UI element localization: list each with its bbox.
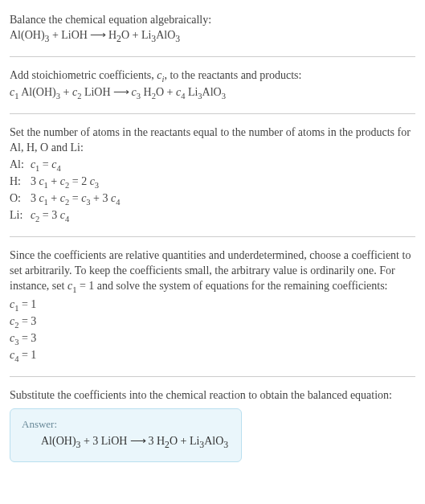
substitute-text: Substitute the coefficients into the che…: [10, 388, 415, 404]
atom-balance-table: Al:c1 = c4H:3 c1 + c2 = 2 c3O:3 c1 + c2 …: [10, 158, 120, 225]
answer-box: Answer: Al(OH)3 + 3 LiOH ⟶ 3 H2O + Li3Al…: [10, 408, 242, 462]
solution-item: c2 = 3: [10, 314, 415, 331]
divider: [10, 56, 415, 57]
atom-balance-block: Set the number of atoms in the reactants…: [10, 119, 415, 232]
answer-equation: Al(OH)3 + 3 LiOH ⟶ 3 H2O + Li3AlO3: [22, 431, 228, 452]
coef-text-b: , to the reactants and products:: [164, 69, 301, 81]
atom-element: O:: [10, 191, 31, 208]
coefficients-block: Add stoichiometric coefficients, ci, to …: [10, 62, 415, 109]
solution-item: c3 = 3: [10, 331, 415, 348]
solve-intro: Since the coefficients are relative quan…: [10, 248, 415, 296]
atom-equation: 3 c1 + c2 = c3 + 3 c4: [31, 191, 121, 208]
atom-row: Al:c1 = c4: [10, 158, 120, 174]
coef-text-a: Add stoichiometric coefficients,: [10, 69, 157, 81]
atom-row: H:3 c1 + c2 = 2 c3: [10, 174, 120, 191]
substitute-block: Substitute the coefficients into the che…: [10, 382, 415, 469]
intro-block: Balance the chemical equation algebraica…: [10, 6, 415, 51]
answer-label: Answer:: [22, 417, 228, 432]
atom-element: H:: [10, 174, 31, 191]
solve-block: Since the coefficients are relative quan…: [10, 242, 415, 371]
atom-equation: 3 c1 + c2 = 2 c3: [31, 174, 121, 191]
solution-item: c4 = 1: [10, 348, 415, 365]
equation-main: Al(OH)3 + LiOH ⟶ H2O + Li3AlO3: [10, 28, 415, 46]
atom-element: Li:: [10, 208, 31, 225]
solution-item: c1 = 1: [10, 297, 415, 314]
intro-text: Balance the chemical equation algebraica…: [10, 13, 415, 28]
equation-with-coefficients: c1 Al(OH)3 + c2 LiOH ⟶ c3 H2O + c4 Li3Al…: [10, 85, 415, 102]
divider: [10, 236, 415, 237]
coefficients-text: Add stoichiometric coefficients, ci, to …: [10, 68, 415, 85]
atom-row: O:3 c1 + c2 = c3 + 3 c4: [10, 191, 120, 208]
atom-element: Al:: [10, 158, 31, 174]
atom-equation: c1 = c4: [31, 158, 121, 174]
atom-equation: c2 = 3 c4: [31, 208, 121, 225]
divider: [10, 376, 415, 377]
atom-balance-intro: Set the number of atoms in the reactants…: [10, 125, 415, 156]
divider: [10, 113, 415, 114]
atom-row: Li:c2 = 3 c4: [10, 208, 120, 225]
solution-list: c1 = 1c2 = 3c3 = 3c4 = 1: [10, 297, 415, 365]
